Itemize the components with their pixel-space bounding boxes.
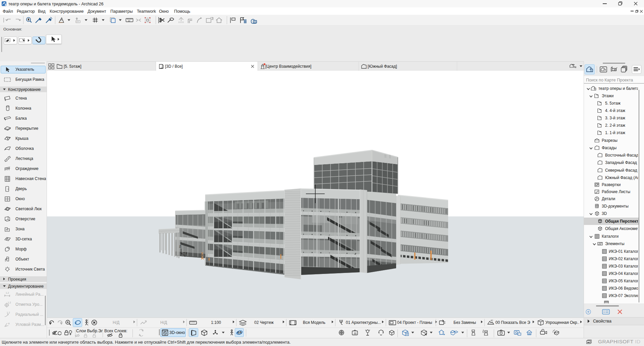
svg-text:12: 12: [128, 19, 130, 22]
svg-text:y: y: [186, 251, 187, 254]
svg-text:1.2: 1.2: [8, 301, 11, 304]
svg-text:1.2: 1.2: [6, 292, 9, 294]
svg-text:x: x: [184, 254, 185, 257]
svg-text:1.2: 1.2: [7, 311, 10, 314]
svg-text:Z: Z: [179, 245, 181, 248]
svg-text:α: α: [8, 322, 10, 325]
svg-text:XY: XY: [76, 20, 79, 23]
